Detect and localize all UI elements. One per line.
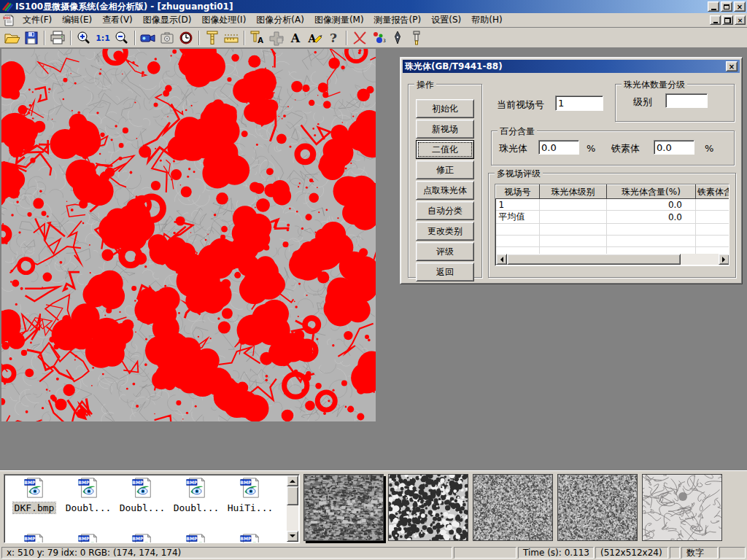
bmp-file-icon: BMP (131, 477, 153, 501)
brush-tool-icon[interactable] (407, 29, 426, 47)
zoom-out-icon[interactable] (112, 29, 131, 47)
correct-button[interactable]: 修正 (416, 160, 474, 179)
col-ferrite-pct[interactable]: 铁素体含量(%) (696, 185, 730, 199)
minimize-button[interactable] (708, 1, 719, 12)
pick-pearlite-button[interactable]: 点取珠光体 (416, 181, 474, 200)
zoom-in-icon[interactable] (74, 29, 93, 47)
file-item[interactable]: BMP DKF.bmp (7, 477, 61, 513)
curve-calibration-icon[interactable] (350, 29, 369, 47)
thumbnail-5[interactable] (642, 474, 722, 541)
level-label: 级别 (633, 96, 652, 109)
file-item[interactable]: BMP (169, 533, 223, 543)
merge-cross-icon[interactable] (267, 29, 286, 47)
change-class-button[interactable]: 更改类别 (416, 222, 474, 241)
file-item[interactable]: BMP Doubl... (115, 477, 169, 513)
operation-group-label: 操作 (414, 79, 436, 91)
table-header-row: 视场号 珠光体级别 珠光体含量(%) 铁素体含量(%) (496, 185, 730, 199)
menu-help[interactable]: 帮助(H) (466, 12, 507, 28)
svg-text:?: ? (330, 31, 337, 45)
new-field-button[interactable]: 新视场 (416, 120, 474, 139)
mdi-close-button[interactable]: × (735, 15, 746, 25)
bmp-file-icon: BMP (185, 533, 207, 543)
timer-clock-icon[interactable] (177, 29, 196, 47)
print-icon[interactable] (48, 29, 67, 47)
scroll-down-icon[interactable] (287, 531, 298, 542)
scroll-right-icon[interactable] (719, 254, 729, 265)
table-row[interactable] (496, 224, 730, 236)
col-field-number[interactable]: 视场号 (496, 185, 540, 199)
rating-table: 视场号 珠光体级别 珠光体含量(%) 铁素体含量(%) 1 0.0 平均值 (495, 184, 729, 266)
table-horizontal-scrollbar[interactable] (496, 254, 729, 265)
help-icon[interactable]: ? (324, 29, 343, 47)
camera-capture-icon[interactable] (158, 29, 177, 47)
video-capture-icon[interactable] (139, 29, 158, 47)
bmp-file-icon: BMP (239, 477, 261, 501)
save-icon[interactable] (22, 29, 41, 47)
pearlite-percent-input[interactable] (538, 140, 579, 155)
scrollbar-thumb[interactable] (507, 254, 681, 265)
col-pearlite-level[interactable]: 珠光体级别 (540, 185, 607, 199)
thumbnail-3[interactable] (473, 474, 553, 541)
menu-settings[interactable]: 设置(S) (426, 12, 466, 28)
file-item[interactable]: BMP (61, 533, 115, 543)
menu-view[interactable]: 查看(V) (97, 12, 138, 28)
menu-image-analysis[interactable]: 图像分析(A) (251, 12, 309, 28)
ruler-measure-icon[interactable] (222, 29, 241, 47)
grade-button[interactable]: 评级 (416, 242, 474, 261)
resolution-status: (512x512x24) (595, 547, 668, 559)
scroll-left-icon[interactable] (496, 254, 507, 265)
file-item[interactable]: BMP (7, 533, 61, 543)
measure-label-icon[interactable]: A (248, 29, 267, 47)
auto-classify-button[interactable]: 自动分类 (416, 201, 474, 220)
file-item[interactable]: BMP (115, 533, 169, 543)
close-button[interactable]: × (734, 1, 746, 12)
specimen-image[interactable] (1, 49, 376, 421)
svg-text:1:1: 1:1 (96, 34, 110, 43)
mdi-minimize-button[interactable] (710, 15, 721, 25)
file-item[interactable]: BMP HuiTi... (223, 477, 277, 513)
pearlite-percent-sign: % (587, 143, 595, 154)
thumbnail-1[interactable] (303, 474, 384, 541)
scrollbar-thumb[interactable] (287, 486, 298, 505)
menu-image-measure[interactable]: 图像测量(M) (309, 12, 369, 28)
file-item[interactable]: BMP Doubl... (61, 477, 115, 513)
table-row[interactable]: 平均值 0.0 (496, 211, 730, 224)
col-pearlite-pct[interactable]: 珠光体含量(%) (607, 185, 696, 199)
actual-size-icon[interactable]: 1:1 (93, 29, 112, 47)
menu-image-display[interactable]: 图像显示(D) (138, 12, 197, 28)
file-name: HuiTi... (226, 502, 275, 513)
current-field-input[interactable] (555, 96, 603, 111)
file-browser-scrollbar[interactable] (287, 475, 298, 542)
maximize-button[interactable] (721, 1, 732, 12)
svg-text:BMP: BMP (240, 536, 252, 541)
scroll-up-icon[interactable] (287, 475, 298, 486)
thumbnail-2[interactable] (388, 474, 468, 541)
ferrite-percent-input[interactable] (654, 140, 694, 155)
return-button[interactable]: 返回 (416, 262, 474, 281)
table-row[interactable]: 1 0.0 (496, 199, 730, 211)
menu-image-process[interactable]: 图像处理(I) (196, 12, 251, 28)
file-item[interactable]: BMP (223, 533, 277, 543)
file-name: Doubl... (64, 502, 113, 513)
level-input[interactable] (665, 93, 708, 108)
initialize-button[interactable]: 初始化 (416, 99, 474, 118)
menu-measure-report[interactable]: 测量报告(P) (369, 12, 427, 28)
file-item[interactable]: BMP Doubl... (169, 477, 223, 513)
thumbnail-4[interactable] (557, 474, 638, 541)
svg-text:A: A (308, 33, 317, 44)
caliper-measure-icon[interactable] (203, 29, 222, 47)
mdi-restore-button[interactable] (722, 15, 733, 25)
color-classify-icon[interactable]: 3 (369, 29, 388, 47)
pearlite-dialog-titlebar[interactable]: 珠光体(GB/T9441-88) × (403, 60, 740, 73)
edit-annotation-icon[interactable]: A (305, 29, 324, 47)
menu-edit[interactable]: 编辑(E) (57, 12, 97, 28)
thumbnail-strip (303, 474, 727, 541)
pen-tool-icon[interactable] (388, 29, 407, 47)
binarize-button[interactable]: 二值化 (416, 140, 474, 159)
table-row[interactable] (496, 236, 730, 247)
dialog-close-icon[interactable]: × (726, 61, 738, 71)
pearlite-dialog-title: 珠光体(GB/T9441-88) (405, 61, 726, 73)
text-annotation-icon[interactable]: A (286, 29, 305, 47)
menu-file[interactable]: 文件(F) (18, 12, 57, 28)
open-folder-icon[interactable] (3, 29, 22, 47)
